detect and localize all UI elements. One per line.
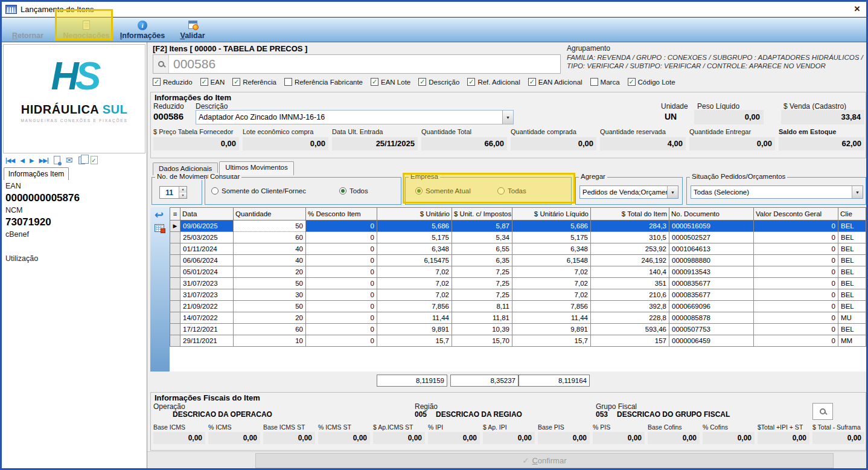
grid-cell[interactable]: 6,348 [377,243,452,255]
tab-informacoes-item[interactable]: Informações Item [4,167,69,180]
grid-cell[interactable]: 593,46 [591,324,669,335]
first-record-icon[interactable]: |◀◀ [5,157,14,164]
table-row[interactable]: 21/09/20225007,8568,117,856392,800006690… [170,301,866,312]
grid-cell[interactable]: 0000913543 [669,266,754,278]
checkbox-reduzido[interactable]: ✓Reduzido [153,78,193,86]
grid-cell[interactable]: 8,11 [452,301,512,312]
grid-cell[interactable]: 7,25 [452,266,512,278]
grid-cell[interactable]: 25/03/2025 [180,232,234,243]
grid-cell[interactable]: 140,4 [591,266,669,278]
mail-icon[interactable]: ✉ [66,156,73,164]
grid-cell[interactable]: 60 [234,324,306,335]
grid-cell[interactable]: 06/06/2024 [180,255,234,266]
grid-cell[interactable]: 0 [306,324,377,335]
grid-cell[interactable]: 0 [306,232,377,243]
grid-cell[interactable]: 11,44 [512,312,591,324]
grid-cell[interactable]: BEL [838,243,866,255]
grid-cell[interactable]: 15,7 [377,335,452,347]
grid-cell[interactable]: 20 [234,266,306,278]
grid-cell[interactable]: 7,856 [377,301,452,312]
grid-cell[interactable]: 7,02 [512,266,591,278]
grid-cell[interactable]: 0 [754,232,838,243]
grid-cell[interactable]: 05/01/2024 [180,266,234,278]
grid-cell[interactable]: BEL [838,232,866,243]
toolbar-button-informacoes[interactable]: iInformações [116,19,168,41]
grid-cell[interactable]: 0 [754,243,838,255]
grid-cell[interactable]: 17/12/2021 [180,324,234,335]
grid-cell[interactable]: 10 [234,335,306,347]
grid-cell[interactable]: 210,6 [591,289,669,301]
close-icon[interactable]: × [854,3,860,15]
checkbox-ref-adicional[interactable]: ✓Ref. Adicional [467,78,520,86]
grid-cell[interactable]: 0001064613 [669,243,754,255]
grid-cell[interactable]: 31/07/2023 [180,289,234,301]
table-row[interactable]: 31/07/20235007,027,257,0235100008356770B… [170,278,866,289]
column-header--total-do-item[interactable]: $ Total do Item [591,208,669,221]
column-header-quantidade[interactable]: Quantidade [234,208,306,221]
column-header--unit-rio-l-quido[interactable]: $ Unitário Líquido [512,208,591,221]
grid-cell[interactable]: 5,686 [377,221,452,232]
checkbox-icon[interactable]: ✓ [418,78,426,86]
grid-cell[interactable]: 0000516059 [669,221,754,232]
checkbox-marca[interactable]: Marca [590,78,620,86]
grid-cell[interactable]: 5,87 [452,221,512,232]
grid-cell[interactable]: 7,02 [512,278,591,289]
grid-cell[interactable]: 0 [306,278,377,289]
grid-cell[interactable]: 0000835677 [669,278,754,289]
table-row[interactable]: 06/06/20244006,154756,356,1548246,192000… [170,255,866,266]
movimentos-spinner[interactable]: 11 ▲▼ [159,186,187,199]
table-row[interactable]: 14/07/202220011,4411,8111,44228,80000085… [170,312,866,324]
checkbox-ean-lote[interactable]: ✓EAN Lote [371,78,410,86]
grid-cell[interactable]: BEL [838,255,866,266]
chevron-down-icon[interactable]: ▼ [502,111,513,124]
grid-cell[interactable]: 0 [306,289,377,301]
grid-cell[interactable]: BEL [838,278,866,289]
checkbox-descri-o[interactable]: ✓Descrição [418,78,459,86]
grid-cell[interactable]: 0 [754,266,838,278]
checkbox-ean[interactable]: ✓EAN [200,78,225,86]
column-header--desconto-item[interactable]: % Desconto Item [306,208,377,221]
grid-cell[interactable]: 0000669096 [669,301,754,312]
grid-cell[interactable]: 0 [306,221,377,232]
checkbox-icon[interactable]: ✓ [232,78,240,86]
situacao-combo[interactable]: Todas (Selecione) ▼ [691,185,863,199]
grid-cell[interactable]: 284,3 [591,221,669,232]
checkbox-icon[interactable] [590,78,598,86]
checklist-icon[interactable]: ✓ [91,156,98,164]
grid-cell[interactable]: 0 [754,335,838,347]
grid-cell[interactable]: 246,192 [591,255,669,266]
grid-cell[interactable]: 351 [591,278,669,289]
grid-cell[interactable]: BEL [838,266,866,278]
grid-cell[interactable]: 29/11/2021 [180,335,234,347]
grid-cell[interactable]: 7,02 [377,278,452,289]
grid-cell[interactable]: 21/09/2022 [180,301,234,312]
table-row[interactable]: 31/07/20233007,027,257,02210,60000835677… [170,289,866,301]
grid-cell[interactable]: 50 [234,301,306,312]
checkbox-icon[interactable]: ✓ [200,78,208,86]
grid-cell[interactable]: 253,92 [591,243,669,255]
grid-cell[interactable]: 0 [754,312,838,324]
chevron-down-icon[interactable]: ▼ [852,186,863,198]
grid-cell[interactable]: 7,25 [452,289,512,301]
grid-cell[interactable]: 0 [754,221,838,232]
grid-cell[interactable]: 0 [754,301,838,312]
checkbox-ean-adicional[interactable]: ✓EAN Adicional [528,78,582,86]
grid-cell[interactable]: 0 [754,289,838,301]
item-search-input[interactable]: 000586 [153,54,561,74]
column-header-clie[interactable]: Clie [838,208,866,221]
grid-cell[interactable]: 50 [234,278,306,289]
grid-cell[interactable]: 15,7 [512,335,591,347]
radio-todos[interactable]: Todos [339,187,368,195]
grid-cell[interactable]: 157 [591,335,669,347]
grid-cell[interactable]: 01/11/2024 [180,243,234,255]
grid-cell[interactable]: 0 [306,243,377,255]
grid-cell[interactable]: 0 [306,266,377,278]
column-header--unit-rio[interactable]: $ Unitário [377,208,452,221]
chevron-down-icon[interactable]: ▼ [667,186,678,198]
grid-cell[interactable]: 40 [234,255,306,266]
checkbox-c-digo-lote[interactable]: ✓Código Lote [628,78,675,86]
grid-cell[interactable]: 228,8 [591,312,669,324]
grid-options-icon[interactable]: ≡ [170,208,180,221]
checkbox-icon[interactable]: ✓ [371,78,378,86]
grid-cell[interactable]: 15,70 [452,335,512,347]
